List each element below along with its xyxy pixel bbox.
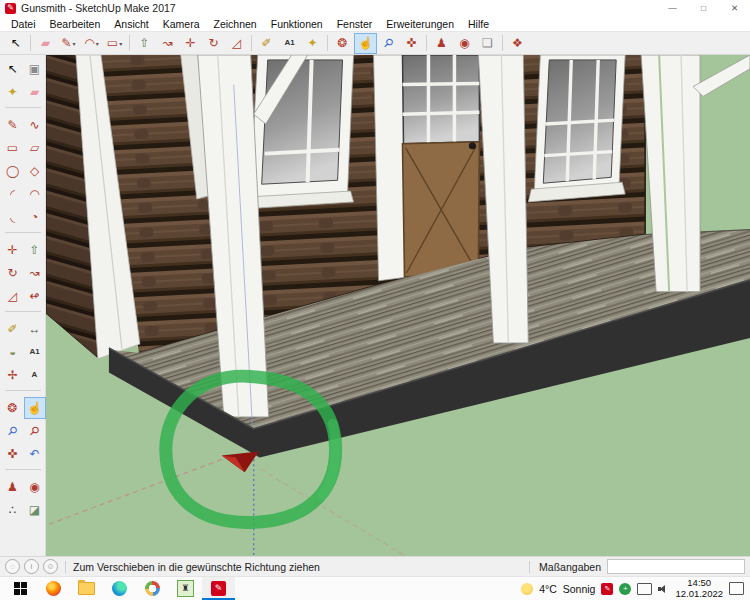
sidebar-look-around-tool[interactable]: ◉ [24,476,46,498]
position-camera-button[interactable]: ♟ [430,33,453,54]
rectangle-tool-button[interactable]: ▭▾ [103,33,126,54]
geolocation-icon[interactable]: ◌ [5,559,20,574]
sidebar-orbit-tool[interactable]: ❂ [2,397,24,419]
taskbar-green-app[interactable]: ♜ [169,577,202,600]
rotate-tool-button[interactable]: ↻ [202,33,225,54]
taskbar-edge[interactable] [103,577,136,600]
3d-viewport[interactable] [46,55,750,556]
extension-tool-button[interactable]: ❖ [506,33,529,54]
move-tool-button[interactable]: ✛ [179,33,202,54]
tray-sketchup-icon[interactable]: ✎ [601,583,613,595]
sidebar-dimension-tool[interactable]: ↔ [24,318,46,340]
sidebar-position-camera-tool[interactable]: ♟ [2,476,24,498]
sidebar-move-tool[interactable]: ✛ [2,239,24,261]
sidebar-two-point-arc-tool[interactable]: ◠ [24,183,46,205]
orbit-tool-button[interactable]: ❂ [331,33,354,54]
sidebar-pan-tool[interactable]: ☝ [24,397,46,419]
walk-tool-button[interactable]: ❏ [476,33,499,54]
taskbar-file-explorer[interactable] [70,577,103,600]
sidebar-make-component-tool[interactable]: ▣ [24,58,46,80]
taskbar-paint-app[interactable] [136,577,169,600]
line-tool-button[interactable]: ✎▾ [57,33,80,54]
look-around-button[interactable]: ◉ [453,33,476,54]
sidebar-scale-tool[interactable]: ◿ [2,285,24,307]
left-window[interactable] [244,55,354,209]
sidebar-paint-bucket-tool[interactable]: ✦ [2,81,24,103]
menu-zeichnen[interactable]: Zeichnen [207,18,264,30]
taskbar-sketchup-icon: ✎ [211,581,226,596]
credits-icon[interactable]: i [24,559,39,574]
taskbar-sketchup[interactable]: ✎ [202,577,235,600]
cabin-door[interactable] [374,55,480,281]
sidebar-arc-tool[interactable]: ◜ [2,183,24,205]
taskbar-paint-app-icon [145,581,160,596]
dropdown-arrow-icon[interactable]: ▾ [96,40,99,47]
scale-tool-button[interactable]: ◿ [225,33,248,54]
sidebar-rectangle-tool[interactable]: ▭ [2,137,24,159]
push-pull-tool-button[interactable]: ⇧ [133,33,156,54]
tray-speaker-icon[interactable] [658,583,669,594]
sidebar-walk-tool[interactable]: ∴ [2,499,24,521]
sidebar-rotated-rectangle-tool[interactable]: ▱ [24,137,46,159]
sidebar-zoom-tool[interactable]: ⚲ [2,420,24,442]
sidebar-protractor-tool[interactable]: ◒ [2,341,24,363]
sidebar-3d-text-tool[interactable]: A [24,364,46,386]
dropdown-arrow-icon[interactable]: ▾ [119,40,122,47]
zoom-tool-button[interactable]: ⚲ [377,33,400,54]
sidebar-freehand-tool[interactable]: ∿ [24,114,46,136]
sidebar-offset-tool[interactable]: ↫ [24,285,46,307]
sidebar-zoom-extents-tool[interactable]: ✜ [2,443,24,465]
dropdown-arrow-icon[interactable]: ▾ [73,40,76,47]
sidebar-push-pull-tool[interactable]: ⇧ [24,239,46,261]
restore-button[interactable]: □ [688,0,719,16]
pan-tool-button[interactable]: ☝ [354,33,377,54]
clock-date: 12.01.2022 [675,589,723,599]
sidebar-line-tool[interactable]: ✎ [2,114,24,136]
sidebar-zoom-previous-tool[interactable]: ↶ [24,443,46,465]
tape-measure-button[interactable]: ✐ [255,33,278,54]
follow-me-tool-button[interactable]: ↝ [156,33,179,54]
select-tool-button[interactable]: ↖ [4,33,27,54]
tray-clock[interactable]: 14:5012.01.2022 [675,578,723,599]
sidebar-text-tool[interactable]: A1 [24,341,46,363]
menu-kamera[interactable]: Kamera [156,18,207,30]
menu-datei[interactable]: Datei [4,18,43,30]
tray-green-icon[interactable]: + [619,583,631,595]
parallelogram-icon: ▱ [30,142,39,154]
sidebar-select-tool[interactable]: ↖ [2,58,24,80]
sidebar-three-point-arc-tool[interactable]: ◟ [2,206,24,228]
minimize-button[interactable]: — [657,0,688,16]
sidebar-follow-me-tool[interactable]: ↝ [24,262,46,284]
sidebar-tape-measure-tool[interactable]: ✐ [2,318,24,340]
sidebar-circle-tool[interactable]: ◯ [2,160,24,182]
close-button[interactable]: ✕ [719,0,750,16]
measurements-input[interactable] [607,559,745,574]
start-button[interactable] [4,577,37,600]
sign-in-icon[interactable]: ☺ [43,559,58,574]
zoom-extents-button[interactable]: ✜ [400,33,423,54]
menu-bearbeiten[interactable]: Bearbeiten [43,18,108,30]
tray-monitor-icon[interactable] [637,583,652,595]
arc-tool-button[interactable]: ◠▾ [80,33,103,54]
sidebar-zoom-window-tool[interactable]: ⚲ [24,420,46,442]
menu-funktionen[interactable]: Funktionen [264,18,330,30]
menu-ansicht[interactable]: Ansicht [107,18,155,30]
sidebar-rotate-tool[interactable]: ↻ [2,262,24,284]
sidebar-pie-tool[interactable]: ◔ [24,206,46,228]
action-center-icon[interactable] [729,582,744,595]
eraser-tool-button[interactable]: ▰ [34,33,57,54]
section-plane-icon: ◪ [29,504,40,516]
right-window[interactable] [528,55,625,202]
sidebar-axes-tool[interactable]: ✢ [2,364,24,386]
taskbar-firefox[interactable] [37,577,70,600]
text-tool-button[interactable]: A1 [278,33,301,54]
menu-fenster[interactable]: Fenster [330,18,380,30]
menu-hilfe[interactable]: Hilfe [461,18,496,30]
menu-erweiterungen[interactable]: Erweiterungen [379,18,461,30]
window-controls: —□✕ [657,0,750,16]
sidebar-section-plane-tool[interactable]: ◪ [24,499,46,521]
weather-sun-icon[interactable] [521,583,533,595]
sidebar-eraser-tool[interactable]: ▰ [24,81,46,103]
paint-bucket-button[interactable]: ✦ [301,33,324,54]
sidebar-polygon-tool[interactable]: ◇ [24,160,46,182]
